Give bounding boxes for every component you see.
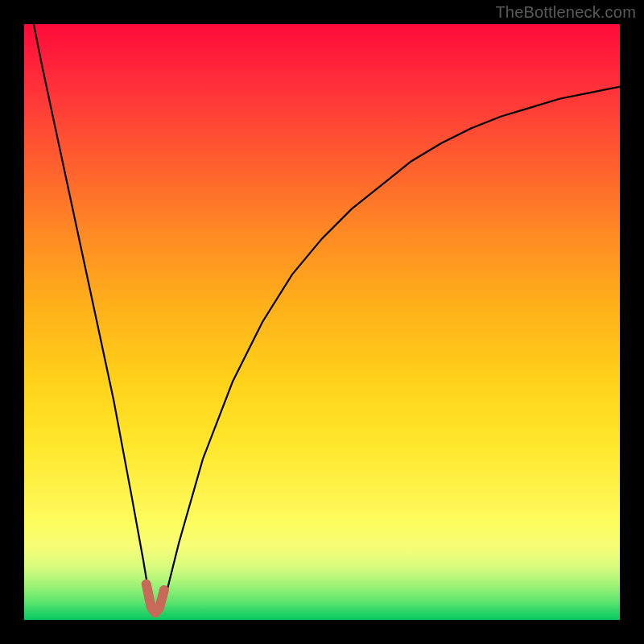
plot-area	[24, 24, 620, 620]
optimal-marker	[147, 584, 164, 613]
bottleneck-curve	[24, 0, 620, 614]
bottleneck-curve-svg	[24, 24, 620, 620]
chart-stage: TheBottleneck.com	[0, 0, 644, 644]
watermark-text: TheBottleneck.com	[495, 3, 636, 22]
